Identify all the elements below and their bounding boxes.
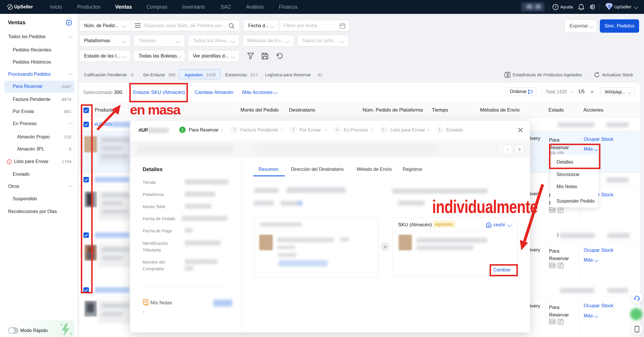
svg-text:S: S (608, 4, 611, 8)
svg-text:?: ? (555, 5, 557, 9)
